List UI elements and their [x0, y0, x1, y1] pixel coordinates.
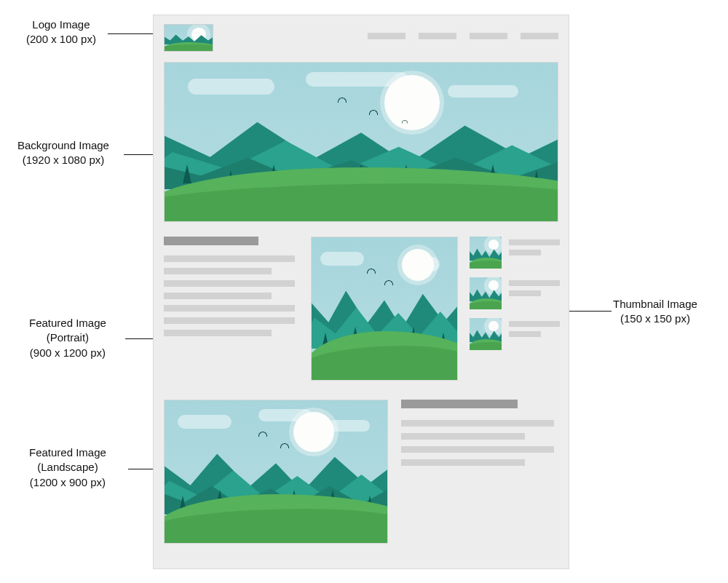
annotation-thumbnail-title: Thumbnail Image	[613, 298, 697, 310]
text-placeholder	[164, 305, 295, 312]
nav-item-placeholder	[521, 33, 558, 39]
nav-placeholder	[368, 33, 558, 39]
text-placeholder	[509, 331, 541, 337]
featured-image-landscape-slot	[164, 400, 388, 544]
text-placeholder	[509, 321, 560, 327]
text-placeholder	[164, 280, 295, 287]
annotation-logo-dims: (200 x 100 px)	[26, 32, 96, 47]
thumbnail-row	[470, 318, 560, 350]
annotation-background-title: Background Image	[17, 139, 109, 151]
nav-item-placeholder	[368, 33, 405, 39]
background-image-slot	[164, 62, 558, 222]
wireframe-midrow	[164, 237, 558, 382]
thumbnail-row	[470, 237, 560, 269]
annotation-landscape: Featured Image (Landscape) (1200 x 900 p…	[29, 445, 106, 490]
annotation-background: Background Image (1920 x 1080 px)	[17, 138, 109, 168]
thumbnail-text	[509, 277, 560, 296]
heading-placeholder	[164, 237, 258, 245]
annotation-portrait: Featured Image (Portrait) (900 x 1200 px…	[29, 316, 106, 360]
wireframe-header	[154, 15, 569, 59]
thumbnail-text	[509, 318, 560, 337]
logo-image-slot	[164, 24, 213, 52]
annotation-portrait-subtitle: (Portrait)	[29, 330, 106, 345]
nav-item-placeholder	[470, 33, 507, 39]
annotation-landscape-dims: (1200 x 900 px)	[29, 475, 106, 490]
heading-placeholder	[401, 400, 518, 408]
text-placeholder	[164, 293, 272, 299]
text-placeholder	[401, 433, 525, 440]
sidebar-thumbnails	[470, 237, 560, 382]
text-placeholder	[164, 268, 272, 274]
text-placeholder	[401, 446, 554, 453]
nav-item-placeholder	[419, 33, 456, 39]
annotation-logo-title: Logo Image	[32, 18, 90, 31]
annotation-portrait-dims: (900 x 1200 px)	[29, 346, 106, 360]
annotation-landscape-title: Featured Image	[29, 446, 106, 459]
thumbnail-image-slot	[470, 277, 502, 309]
text-placeholder	[509, 239, 560, 245]
text-placeholder	[509, 290, 541, 296]
annotation-thumbnail: Thumbnail Image (150 x 150 px)	[613, 297, 697, 327]
thumbnail-image-slot	[470, 318, 502, 350]
annotation-landscape-subtitle: (Landscape)	[29, 460, 106, 475]
annotation-portrait-title: Featured Image	[29, 317, 106, 329]
article-placeholder	[164, 237, 299, 382]
thumbnail-text	[509, 237, 560, 255]
thumbnail-image-slot	[470, 237, 502, 269]
annotation-thumbnail-dims: (150 x 150 px)	[613, 312, 697, 326]
thumbnail-row	[470, 277, 560, 309]
text-placeholder	[509, 280, 560, 286]
wireframe-bottomrow	[164, 400, 558, 544]
text-placeholder	[401, 459, 525, 466]
annotation-logo: Logo Image (200 x 100 px)	[26, 17, 96, 47]
text-placeholder	[509, 250, 541, 255]
text-placeholder	[164, 255, 295, 262]
article-placeholder	[401, 400, 558, 544]
wireframe-page	[153, 15, 569, 569]
text-placeholder	[401, 420, 554, 427]
text-placeholder	[164, 317, 295, 324]
featured-image-portrait-slot	[311, 237, 458, 381]
annotation-background-dims: (1920 x 1080 px)	[17, 153, 109, 167]
text-placeholder	[164, 330, 272, 336]
diagram-stage: Logo Image (200 x 100 px) Background Ima…	[0, 0, 728, 583]
